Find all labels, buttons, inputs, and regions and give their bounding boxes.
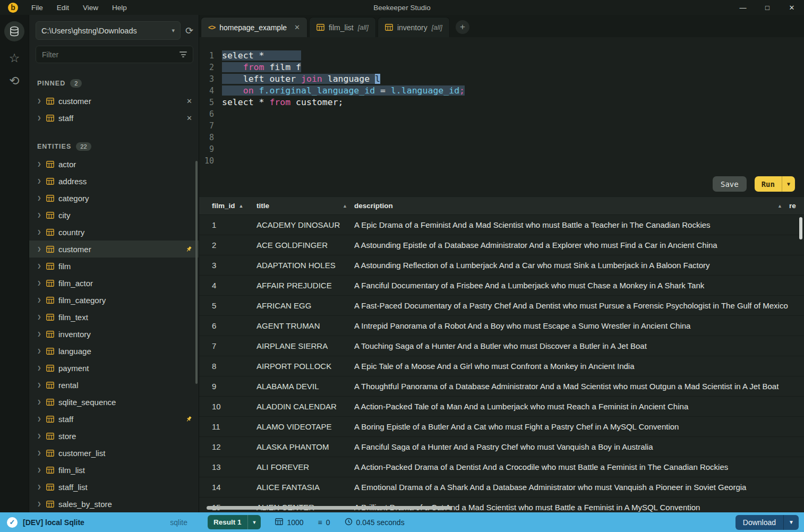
cell-title[interactable]: ACADEMY DINOSAUR xyxy=(256,220,354,229)
table-row[interactable]: 6 AGENT TRUMAN A Intrepid Panorama of a … xyxy=(199,316,804,336)
table-row[interactable]: 11 ALAMO VIDEOTAPE A Boring Epistle of a… xyxy=(199,417,804,437)
cell-film-id[interactable]: 2 xyxy=(199,241,256,250)
cell-description[interactable]: A Action-Packed Tale of a Man And a Lumb… xyxy=(354,402,804,411)
cell-title[interactable]: ALASKA PHANTOM xyxy=(256,442,354,451)
menu-edit[interactable]: Edit xyxy=(50,0,76,15)
new-tab-button[interactable]: + xyxy=(456,20,469,34)
cell-film-id[interactable]: 1 xyxy=(199,220,256,229)
chevron-right-icon[interactable]: ❯ xyxy=(37,331,42,337)
cell-description[interactable]: A Intrepid Panorama of a Robot And a Boy… xyxy=(354,321,804,330)
cell-description[interactable]: A Epic Drama of a Feminist And a Mad Sci… xyxy=(354,220,804,229)
download-button[interactable]: Download ▼ xyxy=(735,515,799,530)
chevron-right-icon[interactable]: ❯ xyxy=(37,501,42,507)
cell-title[interactable]: ALAMO VIDEOTAPE xyxy=(256,422,354,431)
entity-filter[interactable] xyxy=(36,46,193,63)
sidebar-entity-item[interactable]: ❯ staff xyxy=(29,410,199,427)
cell-description[interactable]: A Action-Packed Drama of a Dentist And a… xyxy=(354,462,804,471)
sidebar-entity-item[interactable]: ❯ film_actor xyxy=(29,274,199,291)
cell-film-id[interactable]: 5 xyxy=(199,301,256,310)
sidebar-entity-item[interactable]: ❯ film_text xyxy=(29,308,199,325)
cell-description[interactable]: A Thoughtful Panorama of a Database Admi… xyxy=(354,382,804,391)
cell-title[interactable]: AFFAIR PREJUDICE xyxy=(256,281,354,290)
sidebar-entity-item[interactable]: ❯ city xyxy=(29,207,199,224)
table-row[interactable]: 9 ALABAMA DEVIL A Thoughtful Panorama of… xyxy=(199,376,804,397)
sidebar-entity-item[interactable]: ❯ language xyxy=(29,342,199,359)
connection-select[interactable]: C:\Users\ghstng\Downloads ▾ xyxy=(36,21,181,40)
table-row[interactable]: 15 ALIEN CENTER A Brilliant Drama of a C… xyxy=(199,497,804,512)
chevron-right-icon[interactable]: ❯ xyxy=(37,467,42,473)
chevron-right-icon[interactable]: ❯ xyxy=(37,178,42,184)
chevron-right-icon[interactable]: ❯ xyxy=(37,212,42,218)
table-row[interactable]: 7 AIRPLANE SIERRA A Touching Saga of a H… xyxy=(199,336,804,356)
chevron-right-icon[interactable]: ❯ xyxy=(37,416,42,422)
column-header-film-id[interactable]: film_id ▲ xyxy=(199,202,256,210)
cell-title[interactable]: ALADDIN CALENDAR xyxy=(256,402,354,411)
close-tab-icon[interactable]: ✕ xyxy=(294,23,300,31)
cell-title[interactable]: ADAPTATION HOLES xyxy=(256,261,354,270)
close-icon[interactable]: ✕ xyxy=(780,0,804,15)
chevron-right-icon[interactable]: ❯ xyxy=(37,229,42,235)
download-options-caret-icon[interactable]: ▼ xyxy=(783,515,799,530)
minimize-icon[interactable]: — xyxy=(731,0,755,15)
results-vertical-scrollbar[interactable] xyxy=(799,217,802,239)
sidebar-entity-item[interactable]: ❯ sales_by_store xyxy=(29,495,199,512)
table-row[interactable]: 13 ALI FOREVER A Action-Packed Drama of … xyxy=(199,457,804,477)
chevron-down-icon[interactable]: ▼ xyxy=(247,515,261,529)
table-row[interactable]: 3 ADAPTATION HOLES A Astounding Reflecti… xyxy=(199,255,804,276)
sidebar-entity-item[interactable]: ❯ address xyxy=(29,173,199,190)
refresh-icon[interactable]: ⟳ xyxy=(185,25,193,37)
cell-film-id[interactable]: 14 xyxy=(199,483,256,492)
sidebar-entity-item[interactable]: ❯ actor xyxy=(29,156,199,173)
cell-title[interactable]: ACE GOLDFINGER xyxy=(256,241,354,250)
table-row[interactable]: 5 AFRICAN EGG A Fast-Paced Documentary o… xyxy=(199,296,804,316)
sidebar-entity-item[interactable]: ❯ staff_list xyxy=(29,478,199,495)
unpin-close-icon[interactable]: ✕ xyxy=(186,114,192,122)
sidebar-entity-item[interactable]: ❯ film_category xyxy=(29,291,199,308)
cell-film-id[interactable]: 12 xyxy=(199,442,256,451)
run-button[interactable]: Run ▼ xyxy=(755,176,795,192)
sidebar-entity-item[interactable]: ❯ country xyxy=(29,224,199,241)
sort-asc-icon[interactable]: ▲ xyxy=(239,203,244,209)
chevron-right-icon[interactable]: ❯ xyxy=(37,365,42,371)
chevron-right-icon[interactable]: ❯ xyxy=(37,115,42,121)
cell-title[interactable]: ALI FOREVER xyxy=(256,462,354,471)
sort-icon[interactable]: ▲ xyxy=(777,203,782,209)
sidebar-entity-item[interactable]: ❯ film_list xyxy=(29,461,199,478)
chevron-right-icon[interactable]: ❯ xyxy=(37,314,42,320)
table-row[interactable]: 10 ALADDIN CALENDAR A Action-Packed Tale… xyxy=(199,397,804,417)
cell-title[interactable]: AFRICAN EGG xyxy=(256,301,354,310)
save-button[interactable]: Save xyxy=(713,176,747,192)
pinned-table-item[interactable]: ❯ staff ✕ xyxy=(29,109,199,126)
sidebar-entity-item[interactable]: ❯ store xyxy=(29,427,199,444)
menu-file[interactable]: File xyxy=(24,0,50,15)
sidebar-entity-item[interactable]: ❯ sqlite_sequence xyxy=(29,393,199,410)
maximize-icon[interactable]: □ xyxy=(755,0,780,15)
sidebar-entity-item[interactable]: ❯ film xyxy=(29,258,199,274)
cell-description[interactable]: A Emotional Drama of a A Shark And a Dat… xyxy=(354,483,804,492)
sidebar-entity-item[interactable]: ❯ category xyxy=(29,190,199,207)
sidebar-entity-item[interactable]: ❯ rental xyxy=(29,376,199,393)
sidebar-entity-item[interactable]: ❯ inventory xyxy=(29,325,199,342)
chevron-right-icon[interactable]: ❯ xyxy=(37,195,42,201)
sidebar-entity-item[interactable]: ❯ customer_list xyxy=(29,444,199,461)
tab-film-list[interactable]: film_list [all] xyxy=(309,17,376,37)
cell-film-id[interactable]: 3 xyxy=(199,261,256,270)
history-icon[interactable]: ⟲ xyxy=(9,75,19,87)
chevron-right-icon[interactable]: ❯ xyxy=(37,297,42,303)
sidebar-entity-item[interactable]: ❯ customer xyxy=(29,241,199,258)
cell-film-id[interactable]: 13 xyxy=(199,462,256,471)
filter-input[interactable] xyxy=(42,50,179,59)
cell-title[interactable]: ALICE FANTASIA xyxy=(256,483,354,492)
cell-description[interactable]: A Fanciful Saga of a Hunter And a Pastry… xyxy=(354,442,804,451)
cell-film-id[interactable]: 8 xyxy=(199,362,256,371)
table-row[interactable]: 2 ACE GOLDFINGER A Astounding Epistle of… xyxy=(199,235,804,255)
run-options-caret-icon[interactable]: ▼ xyxy=(782,176,795,192)
chevron-right-icon[interactable]: ❯ xyxy=(37,263,42,269)
favorites-star-icon[interactable]: ☆ xyxy=(9,52,20,64)
sidebar-scrollbar[interactable] xyxy=(195,161,198,384)
column-header-partial[interactable]: re xyxy=(789,202,804,210)
cell-film-id[interactable]: 7 xyxy=(199,341,256,350)
cell-description[interactable]: A Fanciful Documentary of a Frisbee And … xyxy=(354,281,804,290)
sort-icon[interactable]: ▲ xyxy=(343,203,347,209)
cell-film-id[interactable]: 9 xyxy=(199,382,256,391)
